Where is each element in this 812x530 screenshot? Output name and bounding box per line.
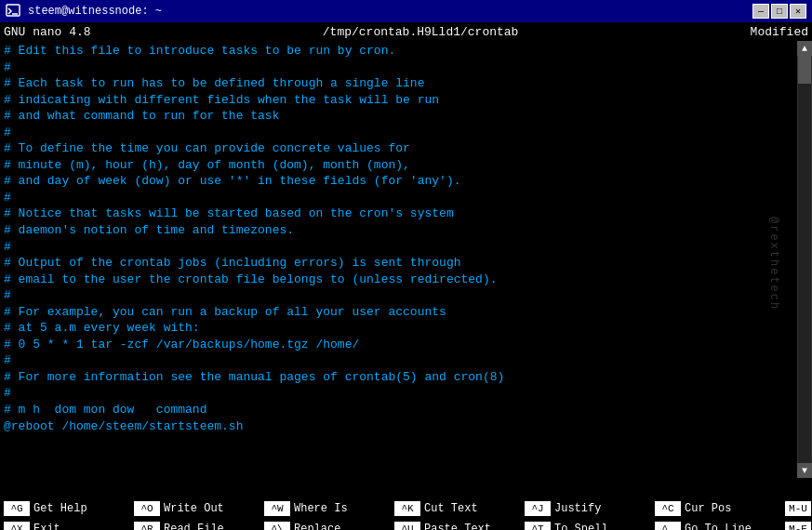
shortcut-label: Write Out (164, 502, 224, 515)
shortcut-key: M-U (785, 501, 811, 516)
shortcut-item: ^OWrite Out (130, 498, 260, 519)
shortcut-key: M-E (785, 522, 811, 530)
shortcut-key: ^X (4, 522, 30, 530)
shortcut-item: ^RRead File (130, 519, 260, 530)
shortcut-key: ^O (134, 501, 160, 516)
shortcut-label: Paste Text (424, 523, 491, 530)
nano-header: GNU nano 4.8 /tmp/crontab.H9Lld1/crontab… (0, 22, 812, 41)
title-bar-left: steem@witnessnode: ~ (6, 4, 162, 19)
shortcut-item: ^KCut Text (391, 498, 521, 519)
shortcut-label: Exit (33, 523, 60, 530)
maximize-button[interactable]: □ (771, 4, 788, 19)
shortcut-key: ^W (264, 501, 290, 516)
editor-area[interactable]: # Edit this file to introduce tasks to b… (0, 41, 797, 478)
scrollbar-up-button[interactable]: ▲ (797, 41, 812, 56)
editor-container: # Edit this file to introduce tasks to b… (0, 41, 812, 478)
shortcuts-bar: ^GGet Help^OWrite Out^WWhere Is^KCut Tex… (0, 497, 812, 530)
shortcut-item: ^WWhere Is (260, 498, 391, 519)
shortcut-item: ^CCur Pos (651, 498, 781, 519)
shortcut-key: ^U (394, 522, 420, 530)
shortcuts-row-2: ^XExit^RRead File^\Replace^UPaste Text^T… (0, 519, 812, 530)
close-button[interactable]: ✕ (790, 4, 806, 19)
editor-content[interactable]: # Edit this file to introduce tasks to b… (4, 43, 793, 434)
shortcut-label: Justify (554, 502, 601, 515)
shortcut-key: ^\ (264, 522, 290, 530)
title-bar-text: steem@witnessnode: ~ (28, 5, 162, 18)
shortcut-label: To Spell (554, 523, 608, 530)
terminal-icon (6, 4, 20, 19)
shortcut-label: Where Is (294, 502, 348, 515)
status-bar (0, 478, 812, 497)
title-bar: steem@witnessnode: ~ — □ ✕ (0, 0, 812, 22)
shortcuts-row-1: ^GGet Help^OWrite Out^WWhere Is^KCut Tex… (0, 498, 812, 519)
shortcut-label: Get Help (33, 502, 87, 515)
shortcut-label: Read File (164, 523, 224, 530)
nano-version: GNU nano 4.8 (4, 25, 91, 39)
shortcut-label: Replace (294, 523, 340, 530)
shortcut-label: Cur Pos (685, 502, 731, 515)
shortcut-item: ^TTo Spell (521, 519, 651, 530)
shortcut-item: ^_Go To Line (651, 519, 781, 530)
shortcut-item: M-UUndo (781, 498, 812, 519)
shortcut-item: ^XExit (0, 519, 130, 530)
shortcut-key: ^G (4, 501, 30, 516)
scrollbar-track[interactable] (798, 56, 811, 463)
minimize-button[interactable]: — (752, 4, 769, 19)
nano-modified-status: Modified (751, 25, 808, 39)
scrollbar[interactable]: ▲ ▼ (797, 41, 812, 478)
scrollbar-down-button[interactable]: ▼ (797, 463, 812, 478)
shortcut-item: M-ERedo (781, 519, 812, 530)
shortcut-label: Go To Line (685, 523, 752, 530)
title-bar-controls: — □ ✕ (752, 4, 806, 19)
shortcut-item: ^\Replace (260, 519, 391, 530)
shortcut-label: Cut Text (424, 502, 478, 515)
nano-filepath: /tmp/crontab.H9Lld1/crontab (91, 25, 751, 39)
shortcut-key: ^C (655, 501, 681, 516)
shortcut-key: ^T (525, 522, 551, 530)
shortcut-key: ^_ (655, 522, 681, 530)
shortcut-item: ^UPaste Text (391, 519, 521, 530)
shortcut-item: ^JJustify (521, 498, 651, 519)
shortcut-key: ^R (134, 522, 160, 530)
scrollbar-thumb[interactable] (798, 56, 811, 84)
shortcut-key: ^J (525, 501, 551, 516)
shortcut-item: ^GGet Help (0, 498, 130, 519)
shortcut-key: ^K (394, 501, 420, 516)
